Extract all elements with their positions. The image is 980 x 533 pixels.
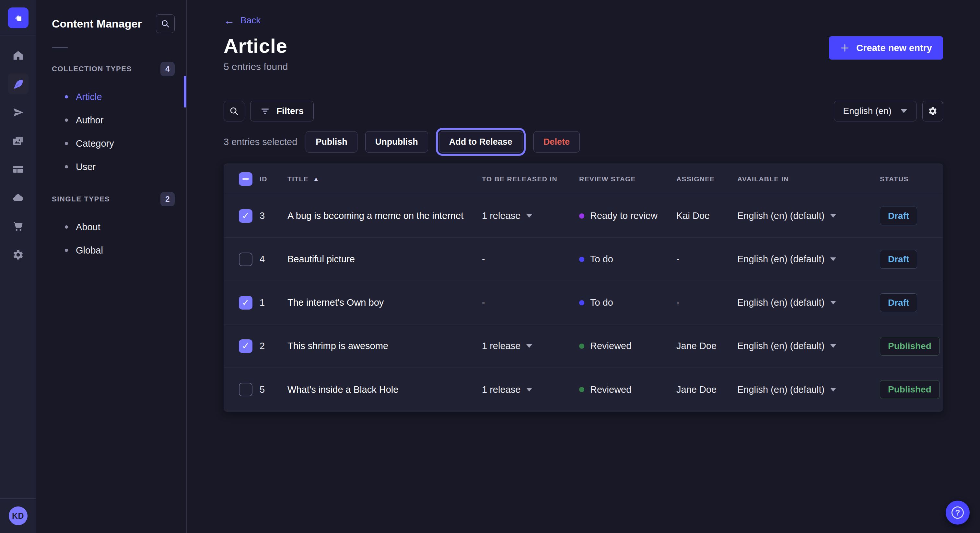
column-header-status[interactable]: STATUS xyxy=(880,175,943,183)
gear-icon xyxy=(12,249,24,261)
subnav-item-global[interactable]: Global xyxy=(36,239,186,262)
filters-label: Filters xyxy=(277,106,304,116)
cell-id: 2 xyxy=(259,341,288,351)
nav-media-library-button[interactable] xyxy=(8,130,29,151)
cell-title: This shrimp is awesome xyxy=(288,341,482,351)
add-to-release-button[interactable]: Add to Release xyxy=(439,131,522,152)
row-checkbox[interactable] xyxy=(239,339,253,353)
content-manager-subnav: Content Manager COLLECTION TYPES 4 Artic… xyxy=(36,0,187,533)
column-header-title[interactable]: TITLE ▲ xyxy=(288,175,482,183)
table-row[interactable]: 3 A bug is becoming a meme on the intern… xyxy=(224,194,943,238)
stage-dot-icon xyxy=(579,300,584,305)
subnav-item-about[interactable]: About xyxy=(36,215,186,239)
table-header-row: ID TITLE ▲ TO BE RELEASED IN REVIEW STAG… xyxy=(224,164,943,194)
locale-value: English (en) xyxy=(843,106,891,116)
cell-review-stage: Reviewed xyxy=(579,341,676,351)
strapi-logo[interactable] xyxy=(8,8,29,28)
table-row[interactable]: 1 The internet's Own boy - To do - Engli… xyxy=(224,281,943,324)
cell-assignee: Jane Doe xyxy=(676,384,737,395)
subnav-search-button[interactable] xyxy=(156,14,175,33)
subnav-item-label: About xyxy=(76,222,100,233)
help-button[interactable] xyxy=(946,501,970,525)
column-header-id[interactable]: ID xyxy=(259,175,288,183)
entries-count-subtitle: 5 entries found xyxy=(224,61,943,72)
active-item-indicator xyxy=(184,76,186,108)
nav-settings-button[interactable] xyxy=(8,244,29,265)
create-new-entry-button[interactable]: Create new entry xyxy=(829,36,943,60)
subnav-item-label: Category xyxy=(76,138,114,149)
main-nav: KD xyxy=(0,0,36,533)
publish-button[interactable]: Publish xyxy=(305,131,358,152)
list-toolbar: Filters English (en) xyxy=(224,101,943,121)
gear-icon xyxy=(928,106,937,116)
subnav-item-article[interactable]: Article xyxy=(36,85,186,108)
cell-id: 5 xyxy=(259,384,288,395)
subnav-item-label: Author xyxy=(76,115,103,125)
select-all-checkbox[interactable] xyxy=(239,172,253,186)
filters-button[interactable]: Filters xyxy=(250,101,314,121)
row-checkbox[interactable] xyxy=(239,209,253,223)
row-checkbox[interactable] xyxy=(239,296,253,309)
selected-count-text: 3 entries selected xyxy=(224,136,297,148)
cell-title: Beautiful picture xyxy=(288,254,482,265)
main-content: ← Back Article 5 entries found Create ne… xyxy=(187,0,980,533)
subnav-title: Content Manager xyxy=(52,17,142,30)
unpublish-button[interactable]: Unpublish xyxy=(365,131,428,152)
table-row[interactable]: 5 What's inside a Black Hole 1 release R… xyxy=(224,368,943,411)
entries-table: ID TITLE ▲ TO BE RELEASED IN REVIEW STAG… xyxy=(224,163,943,412)
question-mark-icon xyxy=(951,506,964,519)
row-checkbox[interactable] xyxy=(239,252,253,266)
cell-available-in[interactable]: English (en) (default) xyxy=(737,211,880,221)
shopping-cart-icon xyxy=(12,220,24,232)
subnav-item-label: User xyxy=(76,162,95,172)
cell-to-be-released-in[interactable]: 1 release xyxy=(482,384,579,395)
back-link[interactable]: ← Back xyxy=(224,15,261,26)
nav-content-manager-button[interactable] xyxy=(8,73,29,94)
nav-deploy-button[interactable] xyxy=(8,187,29,208)
collection-types-section: COLLECTION TYPES 4 Article Author Catego… xyxy=(36,62,186,178)
cell-available-in[interactable]: English (en) (default) xyxy=(737,254,880,265)
row-checkbox[interactable] xyxy=(239,383,253,397)
user-avatar[interactable]: KD xyxy=(9,506,27,525)
delete-button[interactable]: Delete xyxy=(533,131,580,152)
column-header-assignee[interactable]: ASSIGNEE xyxy=(676,175,737,183)
chevron-down-icon xyxy=(830,301,836,305)
table-search-button[interactable] xyxy=(224,101,244,121)
subnav-item-category[interactable]: Category xyxy=(36,132,186,155)
stage-dot-icon xyxy=(579,257,584,262)
nav-home-button[interactable] xyxy=(8,45,29,66)
cloud-icon xyxy=(12,192,24,204)
subnav-item-user[interactable]: User xyxy=(36,155,186,178)
cell-title: What's inside a Black Hole xyxy=(288,384,482,395)
chevron-down-icon xyxy=(526,214,532,217)
cell-available-in[interactable]: English (en) (default) xyxy=(737,341,880,351)
search-icon xyxy=(161,19,170,28)
nav-content-type-builder-button[interactable] xyxy=(8,159,29,180)
view-settings-button[interactable] xyxy=(922,101,943,121)
subnav-item-label: Global xyxy=(76,245,103,256)
cell-assignee: - xyxy=(676,254,737,265)
column-header-to-be-released-in[interactable]: TO BE RELEASED IN xyxy=(482,175,579,183)
cell-available-in[interactable]: English (en) (default) xyxy=(737,384,880,395)
nav-releases-button[interactable] xyxy=(8,102,29,123)
cell-assignee: Jane Doe xyxy=(676,341,737,351)
filter-icon xyxy=(260,106,270,116)
single-types-section: SINGLE TYPES 2 About Global xyxy=(36,192,186,262)
subnav-item-author[interactable]: Author xyxy=(36,108,186,132)
cell-id: 1 xyxy=(259,297,288,308)
locale-select[interactable]: English (en) xyxy=(834,101,916,121)
table-row[interactable]: 4 Beautiful picture - To do - English (e… xyxy=(224,238,943,281)
cell-id: 4 xyxy=(259,254,288,265)
table-row[interactable]: 2 This shrimp is awesome 1 release Revie… xyxy=(224,324,943,368)
column-header-review-stage[interactable]: REVIEW STAGE xyxy=(579,175,676,183)
subnav-item-label: Article xyxy=(76,92,102,102)
cell-available-in[interactable]: English (en) (default) xyxy=(737,297,880,308)
cell-to-be-released-in[interactable]: 1 release xyxy=(482,341,579,351)
bulk-actions-bar: 3 entries selected Publish Unpublish Add… xyxy=(224,131,943,152)
nav-marketplace-button[interactable] xyxy=(8,216,29,237)
single-types-label: SINGLE TYPES xyxy=(52,195,110,203)
column-header-available-in[interactable]: AVAILABLE IN xyxy=(737,175,880,183)
subnav-divider xyxy=(52,47,68,48)
single-types-count-badge: 2 xyxy=(161,192,175,206)
cell-to-be-released-in[interactable]: 1 release xyxy=(482,211,579,221)
